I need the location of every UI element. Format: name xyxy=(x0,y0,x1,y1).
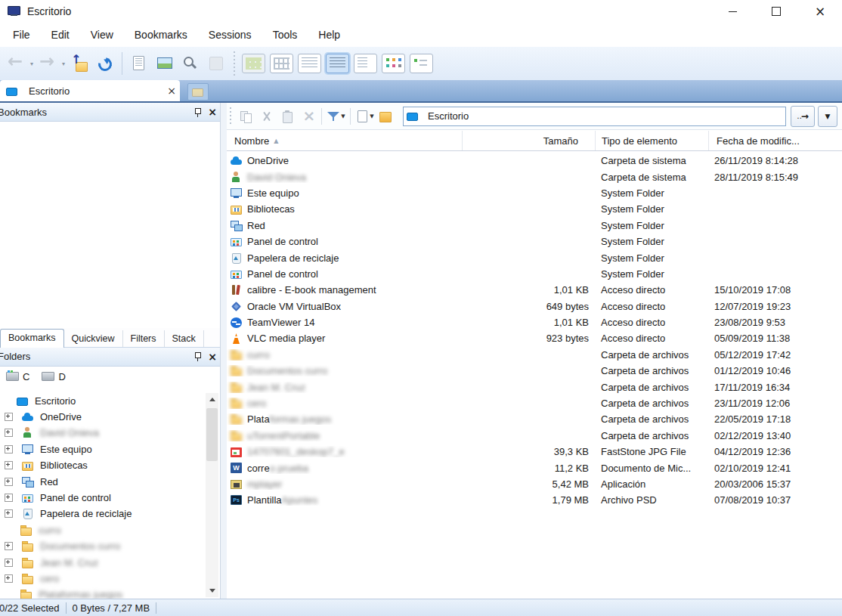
file-row[interactable]: uTorrentPortable Carpeta de archivos 02/… xyxy=(227,428,842,444)
up-button[interactable] xyxy=(67,49,92,78)
file-row[interactable]: Oracle VM VirtualBox 649 bytes Acceso di… xyxy=(227,299,842,314)
bookmarks-close-button[interactable]: × xyxy=(205,104,220,119)
file-row[interactable]: David Onieva Carpeta de sistema 28/11/20… xyxy=(227,169,842,184)
panel-tab-bookmarks[interactable]: Bookmarks xyxy=(0,329,64,348)
file-row[interactable]: Documentos curro Carpeta de archivos 01/… xyxy=(227,363,842,379)
scroll-up-button[interactable] xyxy=(206,393,218,406)
expander-icon[interactable] xyxy=(5,542,13,550)
view-columns-button[interactable] xyxy=(298,54,321,73)
close-button[interactable]: × xyxy=(798,0,842,23)
bookmarks-pin-button[interactable] xyxy=(190,104,205,119)
file-row[interactable]: calibre - E-book management 1,01 KB Acce… xyxy=(227,282,842,298)
tree-item-panel-de-control[interactable]: Panel de control xyxy=(0,490,220,506)
menu-edit[interactable]: Edit xyxy=(41,23,80,47)
tab-escritorio[interactable]: Escritorio × xyxy=(0,80,180,101)
menu-view[interactable]: View xyxy=(80,23,124,47)
expander-icon[interactable] xyxy=(5,413,13,421)
panel-tab-stack[interactable]: Stack xyxy=(165,330,204,347)
file-row[interactable]: curro Carpeta de archivos 05/12/2019 17:… xyxy=(227,347,842,363)
new-folder-button[interactable]: ▼ xyxy=(354,107,375,126)
view-thumbnails-large-button[interactable] xyxy=(242,54,265,73)
view-small-icons-button[interactable] xyxy=(270,54,293,73)
forward-dropdown-icon[interactable]: ▾ xyxy=(60,60,67,67)
drive-c[interactable]: C xyxy=(6,371,29,382)
cut-button[interactable] xyxy=(256,107,277,126)
file-row[interactable]: Red System Folder xyxy=(227,218,842,234)
column-header-tamano[interactable]: Tamaño xyxy=(463,131,596,150)
file-row[interactable]: Este equipo System Folder xyxy=(227,185,842,201)
expander-icon[interactable] xyxy=(5,574,13,583)
scroll-down-button[interactable] xyxy=(206,584,218,597)
file-row[interactable]: OneDrive Carpeta de sistema 26/11/2019 8… xyxy=(227,153,842,169)
tab-close-icon[interactable]: × xyxy=(163,85,180,97)
tree-item-blurred[interactable]: cero xyxy=(0,571,220,587)
tree-scrollbar[interactable] xyxy=(206,393,218,598)
drive-d[interactable]: D xyxy=(42,371,65,382)
folders-pin-button[interactable] xyxy=(190,349,205,364)
back-button[interactable] xyxy=(3,49,29,78)
column-header-tipo[interactable]: Tipo de elemento xyxy=(596,131,709,150)
tree-item-blurred[interactable]: Plataformas juegos xyxy=(0,587,220,599)
goto-folder-button[interactable] xyxy=(375,107,395,126)
view-tiles-button[interactable] xyxy=(410,54,433,73)
file-row[interactable]: Papelera de reciclaje System Folder xyxy=(227,249,842,265)
file-row[interactable]: Bibliotecas System Folder xyxy=(227,201,842,217)
new-doc-button[interactable] xyxy=(126,49,152,78)
file-row[interactable]: Jean M. Cruz Carpeta de archivos 17/11/2… xyxy=(227,379,842,395)
file-row[interactable]: correo prueba 11,2 KB Documento de Mic..… xyxy=(227,460,842,475)
tree-item-blurred[interactable]: Documentos curro xyxy=(0,538,220,554)
tree-item-papelera-de-reciclaje[interactable]: Papelera de reciclaje xyxy=(0,506,220,522)
paste-button[interactable] xyxy=(277,107,297,126)
file-row[interactable]: Plantilla Apuntes 1,79 MB Archivo PSD 07… xyxy=(227,492,842,508)
minimize-button[interactable] xyxy=(710,0,754,23)
panel-splitter[interactable] xyxy=(221,103,227,599)
expander-icon[interactable] xyxy=(5,445,13,453)
unknown-button[interactable] xyxy=(203,49,229,78)
scrollbar-thumb[interactable] xyxy=(206,408,218,461)
filter-dropdown-icon[interactable]: ▼ xyxy=(341,113,345,119)
tree-item-blurred[interactable]: curro xyxy=(0,522,220,538)
menu-file[interactable]: File xyxy=(2,23,41,47)
address-dropdown-button[interactable]: ▼ xyxy=(818,106,837,127)
back-dropdown-icon[interactable]: ▾ xyxy=(29,60,35,67)
expander-icon[interactable] xyxy=(5,461,13,469)
view-details-button[interactable] xyxy=(326,54,349,73)
expander-icon[interactable] xyxy=(5,478,13,486)
file-row[interactable]: Plataformas juegos Carpeta de archivos 2… xyxy=(227,411,842,427)
expander-icon[interactable] xyxy=(5,559,13,567)
go-button[interactable]: ‥→ xyxy=(791,106,815,127)
tree-item-este-equipo[interactable]: Este equipo xyxy=(0,441,220,457)
view-thumbnails-button[interactable] xyxy=(382,54,405,73)
tree-item-blurred[interactable]: Jean M. Cruz xyxy=(0,554,220,570)
view-list-button[interactable] xyxy=(354,54,377,73)
image-view-button[interactable] xyxy=(152,49,178,78)
menu-help[interactable]: Help xyxy=(308,23,351,47)
file-row[interactable]: mplayer 5,42 MB Aplicación 20/03/2006 15… xyxy=(227,476,842,492)
new-folder-dropdown-icon[interactable]: ▼ xyxy=(370,113,373,119)
tree-item-escritorio[interactable]: Escritorio xyxy=(0,393,220,409)
maximize-button[interactable] xyxy=(754,0,798,23)
delete-button[interactable] xyxy=(297,107,317,126)
file-row[interactable]: TeamViewer 14 1,01 KB Acceso directo 23/… xyxy=(227,314,842,330)
expander-icon[interactable] xyxy=(5,494,13,502)
copy-button[interactable] xyxy=(236,107,256,126)
menu-bookmarks[interactable]: Bookmarks xyxy=(124,23,198,47)
tree-item-red[interactable]: Red xyxy=(0,473,220,489)
file-row[interactable]: Panel de control System Folder xyxy=(227,234,842,249)
panel-tab-filters[interactable]: Filters xyxy=(123,330,165,347)
menu-tools[interactable]: Tools xyxy=(262,23,308,47)
toolbar-grip[interactable] xyxy=(230,107,233,125)
new-tab-button[interactable] xyxy=(187,83,209,101)
file-row[interactable]: VLC media player 923 bytes Acceso direct… xyxy=(227,330,842,346)
tree-item-bibliotecas[interactable]: Bibliotecas xyxy=(0,457,220,473)
folders-close-button[interactable]: × xyxy=(205,349,220,364)
panel-tab-quickview[interactable]: Quickview xyxy=(64,330,123,347)
column-header-nombre[interactable]: Nombre ▲ xyxy=(227,131,463,150)
file-row[interactable]: Panel de control System Folder xyxy=(227,266,842,282)
tree-item-onedrive[interactable]: OneDrive xyxy=(0,409,220,425)
search-button[interactable] xyxy=(178,49,203,78)
expander-icon[interactable] xyxy=(5,429,13,437)
column-header-fecha[interactable]: Fecha de modific... xyxy=(709,131,842,150)
refresh-button[interactable] xyxy=(92,49,118,78)
file-row[interactable]: cero Carpeta de archivos 23/11/2019 12:0… xyxy=(227,395,842,411)
